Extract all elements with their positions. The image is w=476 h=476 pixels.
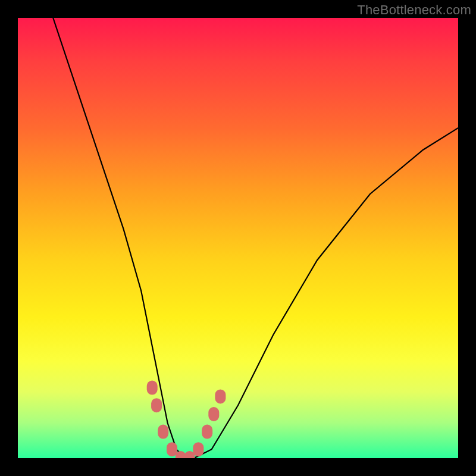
- chart-frame: TheBottleneck.com: [0, 0, 476, 476]
- threshold-marker: [193, 442, 203, 456]
- curve-layer: [18, 18, 458, 458]
- bottleneck-curve: [53, 18, 458, 458]
- threshold-marker: [202, 425, 212, 439]
- threshold-marker: [208, 407, 219, 421]
- threshold-marker: [151, 398, 162, 412]
- threshold-marker: [158, 425, 168, 439]
- threshold-marker: [167, 442, 177, 456]
- plot-area: [18, 18, 458, 458]
- watermark-text: TheBottleneck.com: [357, 2, 471, 18]
- threshold-marker: [147, 381, 158, 395]
- threshold-marker: [215, 389, 226, 403]
